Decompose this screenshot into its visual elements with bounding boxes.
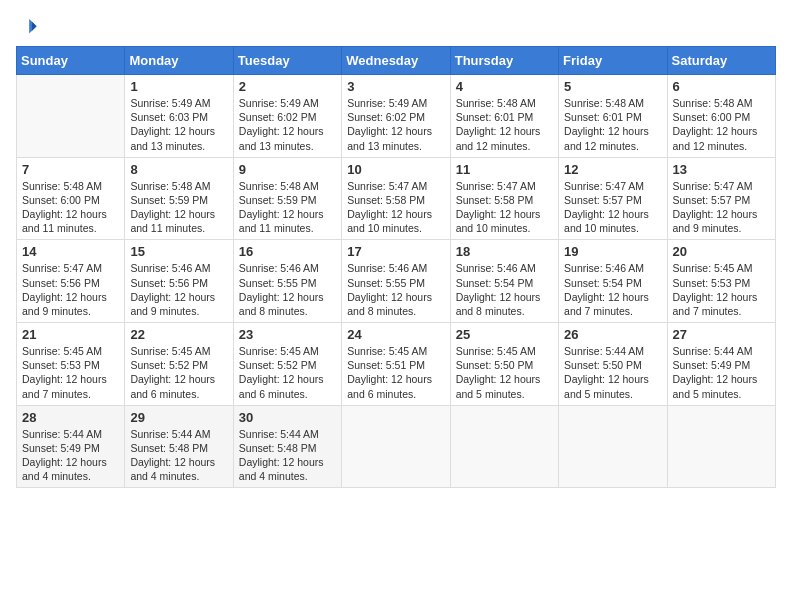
day-number: 14 — [22, 244, 119, 259]
calendar-cell: 2Sunrise: 5:49 AM Sunset: 6:02 PM Daylig… — [233, 75, 341, 158]
calendar-cell — [450, 405, 558, 488]
calendar-week-4: 21Sunrise: 5:45 AM Sunset: 5:53 PM Dayli… — [17, 323, 776, 406]
calendar-cell: 7Sunrise: 5:48 AM Sunset: 6:00 PM Daylig… — [17, 157, 125, 240]
calendar-cell: 9Sunrise: 5:48 AM Sunset: 5:59 PM Daylig… — [233, 157, 341, 240]
day-number: 6 — [673, 79, 770, 94]
calendar-cell: 20Sunrise: 5:45 AM Sunset: 5:53 PM Dayli… — [667, 240, 775, 323]
day-info: Sunrise: 5:48 AM Sunset: 6:01 PM Dayligh… — [564, 96, 661, 153]
calendar-header: SundayMondayTuesdayWednesdayThursdayFrid… — [17, 47, 776, 75]
calendar-cell: 18Sunrise: 5:46 AM Sunset: 5:54 PM Dayli… — [450, 240, 558, 323]
calendar-cell: 23Sunrise: 5:45 AM Sunset: 5:52 PM Dayli… — [233, 323, 341, 406]
day-info: Sunrise: 5:46 AM Sunset: 5:55 PM Dayligh… — [347, 261, 444, 318]
day-header-thursday: Thursday — [450, 47, 558, 75]
calendar-cell: 30Sunrise: 5:44 AM Sunset: 5:48 PM Dayli… — [233, 405, 341, 488]
calendar: SundayMondayTuesdayWednesdayThursdayFrid… — [16, 46, 776, 488]
day-number: 23 — [239, 327, 336, 342]
calendar-cell: 14Sunrise: 5:47 AM Sunset: 5:56 PM Dayli… — [17, 240, 125, 323]
day-info: Sunrise: 5:46 AM Sunset: 5:54 PM Dayligh… — [456, 261, 553, 318]
day-number: 4 — [456, 79, 553, 94]
header — [16, 16, 776, 38]
day-number: 10 — [347, 162, 444, 177]
day-number: 26 — [564, 327, 661, 342]
day-number: 20 — [673, 244, 770, 259]
day-info: Sunrise: 5:47 AM Sunset: 5:58 PM Dayligh… — [347, 179, 444, 236]
calendar-cell: 6Sunrise: 5:48 AM Sunset: 6:00 PM Daylig… — [667, 75, 775, 158]
calendar-cell: 19Sunrise: 5:46 AM Sunset: 5:54 PM Dayli… — [559, 240, 667, 323]
calendar-cell: 29Sunrise: 5:44 AM Sunset: 5:48 PM Dayli… — [125, 405, 233, 488]
calendar-cell: 25Sunrise: 5:45 AM Sunset: 5:50 PM Dayli… — [450, 323, 558, 406]
day-number: 2 — [239, 79, 336, 94]
day-info: Sunrise: 5:45 AM Sunset: 5:53 PM Dayligh… — [673, 261, 770, 318]
day-number: 8 — [130, 162, 227, 177]
calendar-cell — [17, 75, 125, 158]
day-info: Sunrise: 5:48 AM Sunset: 5:59 PM Dayligh… — [239, 179, 336, 236]
day-number: 15 — [130, 244, 227, 259]
calendar-cell: 28Sunrise: 5:44 AM Sunset: 5:49 PM Dayli… — [17, 405, 125, 488]
day-info: Sunrise: 5:44 AM Sunset: 5:49 PM Dayligh… — [22, 427, 119, 484]
day-info: Sunrise: 5:49 AM Sunset: 6:02 PM Dayligh… — [347, 96, 444, 153]
calendar-cell: 16Sunrise: 5:46 AM Sunset: 5:55 PM Dayli… — [233, 240, 341, 323]
calendar-cell: 1Sunrise: 5:49 AM Sunset: 6:03 PM Daylig… — [125, 75, 233, 158]
calendar-cell: 12Sunrise: 5:47 AM Sunset: 5:57 PM Dayli… — [559, 157, 667, 240]
day-header-monday: Monday — [125, 47, 233, 75]
calendar-week-3: 14Sunrise: 5:47 AM Sunset: 5:56 PM Dayli… — [17, 240, 776, 323]
day-number: 17 — [347, 244, 444, 259]
calendar-week-2: 7Sunrise: 5:48 AM Sunset: 6:00 PM Daylig… — [17, 157, 776, 240]
day-number: 27 — [673, 327, 770, 342]
day-number: 22 — [130, 327, 227, 342]
calendar-cell: 11Sunrise: 5:47 AM Sunset: 5:58 PM Dayli… — [450, 157, 558, 240]
calendar-cell: 21Sunrise: 5:45 AM Sunset: 5:53 PM Dayli… — [17, 323, 125, 406]
day-number: 12 — [564, 162, 661, 177]
day-number: 18 — [456, 244, 553, 259]
day-info: Sunrise: 5:47 AM Sunset: 5:57 PM Dayligh… — [673, 179, 770, 236]
day-header-tuesday: Tuesday — [233, 47, 341, 75]
day-number: 5 — [564, 79, 661, 94]
day-number: 13 — [673, 162, 770, 177]
logo — [16, 16, 38, 38]
day-info: Sunrise: 5:44 AM Sunset: 5:48 PM Dayligh… — [239, 427, 336, 484]
calendar-body: 1Sunrise: 5:49 AM Sunset: 6:03 PM Daylig… — [17, 75, 776, 488]
day-number: 29 — [130, 410, 227, 425]
day-info: Sunrise: 5:49 AM Sunset: 6:02 PM Dayligh… — [239, 96, 336, 153]
day-number: 11 — [456, 162, 553, 177]
day-info: Sunrise: 5:48 AM Sunset: 6:00 PM Dayligh… — [673, 96, 770, 153]
calendar-cell: 10Sunrise: 5:47 AM Sunset: 5:58 PM Dayli… — [342, 157, 450, 240]
day-info: Sunrise: 5:47 AM Sunset: 5:56 PM Dayligh… — [22, 261, 119, 318]
day-number: 21 — [22, 327, 119, 342]
day-info: Sunrise: 5:49 AM Sunset: 6:03 PM Dayligh… — [130, 96, 227, 153]
day-header-sunday: Sunday — [17, 47, 125, 75]
day-header-wednesday: Wednesday — [342, 47, 450, 75]
svg-marker-1 — [32, 22, 36, 31]
day-number: 7 — [22, 162, 119, 177]
day-info: Sunrise: 5:48 AM Sunset: 5:59 PM Dayligh… — [130, 179, 227, 236]
day-info: Sunrise: 5:47 AM Sunset: 5:57 PM Dayligh… — [564, 179, 661, 236]
calendar-cell: 4Sunrise: 5:48 AM Sunset: 6:01 PM Daylig… — [450, 75, 558, 158]
day-info: Sunrise: 5:44 AM Sunset: 5:50 PM Dayligh… — [564, 344, 661, 401]
day-info: Sunrise: 5:44 AM Sunset: 5:49 PM Dayligh… — [673, 344, 770, 401]
day-number: 19 — [564, 244, 661, 259]
calendar-cell: 5Sunrise: 5:48 AM Sunset: 6:01 PM Daylig… — [559, 75, 667, 158]
calendar-cell — [559, 405, 667, 488]
day-number: 9 — [239, 162, 336, 177]
calendar-cell: 26Sunrise: 5:44 AM Sunset: 5:50 PM Dayli… — [559, 323, 667, 406]
calendar-cell: 15Sunrise: 5:46 AM Sunset: 5:56 PM Dayli… — [125, 240, 233, 323]
day-info: Sunrise: 5:48 AM Sunset: 6:00 PM Dayligh… — [22, 179, 119, 236]
calendar-cell: 17Sunrise: 5:46 AM Sunset: 5:55 PM Dayli… — [342, 240, 450, 323]
day-number: 28 — [22, 410, 119, 425]
calendar-cell — [342, 405, 450, 488]
day-info: Sunrise: 5:45 AM Sunset: 5:53 PM Dayligh… — [22, 344, 119, 401]
day-number: 25 — [456, 327, 553, 342]
day-number: 1 — [130, 79, 227, 94]
calendar-cell: 27Sunrise: 5:44 AM Sunset: 5:49 PM Dayli… — [667, 323, 775, 406]
day-header-friday: Friday — [559, 47, 667, 75]
calendar-cell: 22Sunrise: 5:45 AM Sunset: 5:52 PM Dayli… — [125, 323, 233, 406]
day-info: Sunrise: 5:45 AM Sunset: 5:51 PM Dayligh… — [347, 344, 444, 401]
day-number: 30 — [239, 410, 336, 425]
calendar-cell: 13Sunrise: 5:47 AM Sunset: 5:57 PM Dayli… — [667, 157, 775, 240]
day-info: Sunrise: 5:45 AM Sunset: 5:52 PM Dayligh… — [239, 344, 336, 401]
calendar-week-1: 1Sunrise: 5:49 AM Sunset: 6:03 PM Daylig… — [17, 75, 776, 158]
calendar-cell: 8Sunrise: 5:48 AM Sunset: 5:59 PM Daylig… — [125, 157, 233, 240]
day-info: Sunrise: 5:44 AM Sunset: 5:48 PM Dayligh… — [130, 427, 227, 484]
day-info: Sunrise: 5:45 AM Sunset: 5:50 PM Dayligh… — [456, 344, 553, 401]
day-info: Sunrise: 5:48 AM Sunset: 6:01 PM Dayligh… — [456, 96, 553, 153]
